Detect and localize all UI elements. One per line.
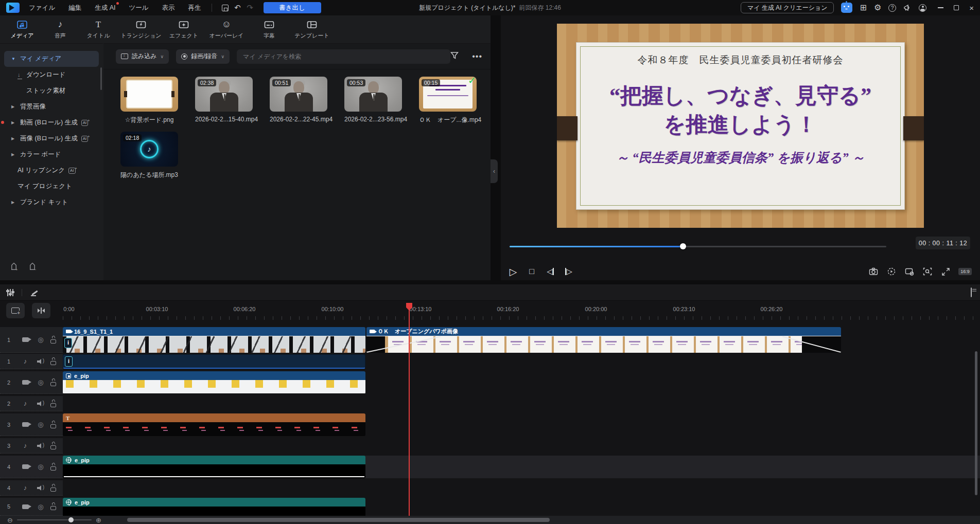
redo-button[interactable]: ↷ — [244, 2, 256, 13]
timeline-zoom-slider[interactable] — [17, 519, 92, 520]
tab-captions[interactable]: 字幕 — [252, 20, 286, 40]
timeline-horizontal-scrollbar[interactable] — [127, 518, 550, 522]
lock-icon[interactable] — [50, 400, 57, 408]
tab-transitions[interactable]: トランジション — [119, 20, 163, 40]
pen-tool-icon[interactable] — [30, 288, 39, 297]
mute-track-icon[interactable]: ) — [33, 443, 48, 448]
sidebar-item-background-images[interactable]: ▶ 背景画像 — [4, 99, 99, 115]
tab-effects[interactable]: エフェクト — [167, 20, 201, 40]
lock-icon[interactable] — [50, 421, 57, 429]
export-button[interactable]: 書き出し — [264, 2, 321, 13]
menu-edit[interactable]: 編集 — [68, 4, 81, 12]
progress-handle[interactable] — [680, 243, 686, 249]
stop-button[interactable]: □ — [526, 265, 538, 278]
sidebar-item-download[interactable]: ↓ ダウンロード — [4, 67, 99, 83]
mute-track-icon[interactable]: ) — [33, 358, 48, 364]
menu-file[interactable]: ファイル — [29, 4, 55, 12]
hide-track-icon[interactable]: ◎ — [33, 421, 48, 428]
mute-track-icon[interactable]: ) — [33, 485, 48, 491]
announcement-icon[interactable] — [903, 4, 912, 12]
fullscreen-icon[interactable] — [940, 266, 951, 277]
aspect-ratio-button[interactable]: 16:9 — [959, 266, 971, 277]
layout-grid-icon[interactable]: ⊞ — [860, 4, 866, 12]
preview-progress[interactable] — [510, 243, 886, 249]
clip-text-track[interactable]: T — [63, 413, 365, 436]
zoom-out-icon[interactable]: ⊖ — [7, 516, 13, 524]
playhead-line[interactable] — [409, 303, 410, 516]
clip-main-video[interactable]: 16_9_S1_T1_1 i — [63, 327, 365, 353]
previous-frame-button[interactable]: ◁ — [544, 265, 556, 278]
import-button[interactable]: 読み込み ∨ — [116, 49, 169, 64]
zoom-slider-handle[interactable] — [68, 517, 74, 522]
tag-remove-icon[interactable]: − — [28, 263, 37, 274]
window-close-button[interactable]: × — [969, 4, 974, 12]
clip-main-audio[interactable]: i — [63, 354, 365, 369]
menu-generative-ai[interactable]: 生成 AI — [95, 4, 115, 12]
ai-assistant-icon[interactable] — [841, 3, 852, 13]
sidebar-item-brand-kit[interactable]: ▶ ブランド キット — [4, 194, 99, 210]
lock-icon[interactable] — [50, 378, 57, 387]
snap-toggle-button[interactable] — [32, 303, 50, 318]
settings-gear-icon[interactable]: ⚙ — [874, 4, 881, 12]
my-ai-creations-button[interactable]: マイ 生成 AI クリエーション — [741, 2, 834, 13]
zoom-in-icon[interactable]: ⊕ — [96, 516, 101, 524]
window-minimize-button[interactable] — [938, 7, 943, 8]
sidebar-item-ai-lipsync[interactable]: AI リップシンク AI+ — [4, 162, 99, 178]
canvas-settings-icon[interactable] — [904, 266, 915, 277]
media-item-board-png[interactable]: ☆背景ボード.png — [120, 77, 178, 124]
timeline-vertical-scrollbar[interactable] — [975, 351, 977, 495]
snapshot-camera-icon[interactable] — [868, 266, 879, 277]
record-button[interactable]: 録画/録音 ∨ — [176, 49, 230, 64]
mute-track-icon[interactable]: ) — [33, 401, 48, 406]
help-icon[interactable]: ? — [888, 4, 896, 12]
media-item-audio[interactable]: ♪ 02:18 陽のあたる場所.mp3 — [120, 132, 178, 179]
media-item-video-2[interactable]: 00:51 2026-02-2...22-45.mp4 — [270, 77, 327, 124]
sidebar-item-image-broll[interactable]: ▶ 画像 (Bロール) 生成 AI+ — [4, 131, 99, 147]
clip-details-panel-icon[interactable] — [971, 287, 972, 297]
tab-media[interactable]: メディア — [5, 20, 39, 40]
hide-track-icon[interactable]: ◎ — [33, 379, 48, 386]
play-button[interactable]: ▷ — [507, 265, 519, 278]
lock-icon[interactable] — [50, 484, 57, 492]
search-input[interactable] — [237, 49, 450, 64]
tab-overlay[interactable]: ☺ オーバーレイ — [205, 20, 248, 40]
timeline-ruler[interactable] — [63, 316, 980, 320]
account-icon[interactable] — [919, 4, 926, 12]
tab-titles[interactable]: T タイトル — [81, 20, 115, 40]
sidebar-scrollbar[interactable] — [100, 67, 102, 90]
filter-icon[interactable] — [450, 51, 459, 61]
clip-epip-subtitles[interactable]: e_pip — [63, 371, 365, 394]
sidebar-item-color-board[interactable]: ▶ カラー ボード — [4, 147, 99, 162]
preview-canvas[interactable]: 令和８年度 民生委員児童委員初任者研修会 “把握し、つなぎ、見守る” を推進しよ… — [557, 24, 924, 228]
lock-icon[interactable] — [50, 442, 57, 450]
tab-templates[interactable]: テンプレート — [290, 20, 334, 40]
save-button[interactable] — [219, 2, 232, 13]
window-maximize-button[interactable] — [954, 5, 959, 10]
tab-audio[interactable]: ♪ 音声 — [43, 20, 77, 40]
media-item-opening-slide[interactable]: 00:15 ✓ ＯＫ オープ...像.mp4 — [419, 77, 477, 124]
tag-add-icon[interactable]: + — [9, 263, 19, 274]
clip-epip-overlay-1[interactable]: e_pip — [63, 456, 365, 478]
zoom-preview-icon[interactable] — [922, 266, 933, 277]
menu-tools[interactable]: ツール — [129, 4, 148, 12]
panel-collapse-handle[interactable]: ‹ — [491, 159, 498, 183]
undo-button[interactable]: ↶ — [232, 2, 244, 13]
sidebar-item-video-broll[interactable]: ▶ 動画 (Bロール) 生成 AI+ — [4, 115, 99, 131]
sidebar-item-my-projects[interactable]: マイ プロジェクト — [4, 178, 99, 194]
lock-icon[interactable] — [50, 463, 57, 471]
media-item-video-1[interactable]: 02:38 2026-02-2...15-40.mp4 — [195, 77, 253, 124]
menu-playback[interactable]: 再生 — [188, 4, 201, 12]
sidebar-item-my-media[interactable]: ▼ マイ メディア — [4, 51, 99, 67]
lock-icon[interactable] — [50, 502, 57, 511]
mixer-icon[interactable] — [7, 288, 13, 297]
lock-icon[interactable] — [50, 336, 57, 344]
track-options-button[interactable] — [6, 303, 25, 318]
hide-track-icon[interactable]: ◎ — [33, 503, 48, 510]
clip-epip-overlay-2[interactable]: e_pip — [63, 498, 365, 516]
more-options-icon[interactable]: ••• — [472, 52, 482, 61]
sidebar-item-stock[interactable]: ストック素材 — [4, 83, 99, 99]
hide-track-icon[interactable]: ◎ — [33, 463, 48, 470]
render-preview-icon[interactable] — [886, 266, 897, 277]
media-item-video-3[interactable]: 00:53 2026-02-2...23-56.mp4 — [344, 77, 402, 124]
lock-icon[interactable] — [50, 357, 57, 366]
